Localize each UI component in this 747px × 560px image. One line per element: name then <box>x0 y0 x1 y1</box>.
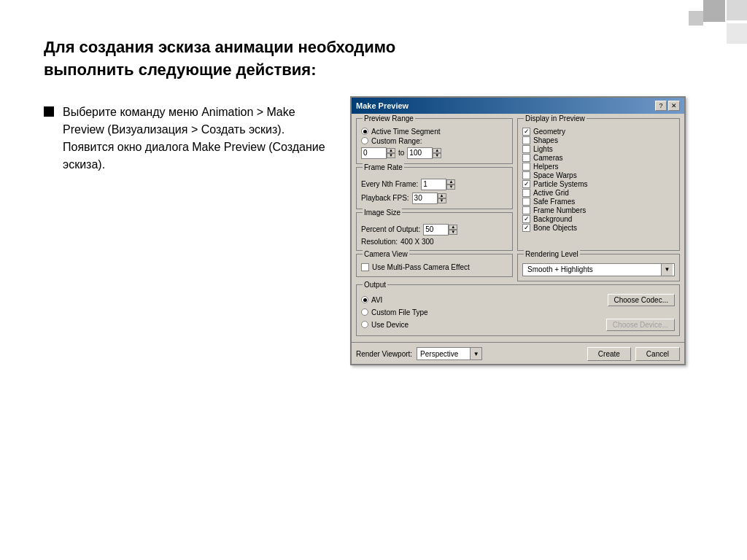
radio-device-icon <box>361 321 368 328</box>
percent-up[interactable]: ▲ <box>449 225 457 230</box>
image-size-label: Image Size <box>363 209 402 217</box>
make-preview-dialog: Make Preview ? ✕ Preview Range <box>350 96 686 365</box>
fps-spin[interactable]: 30 ▲ ▼ <box>412 192 446 204</box>
display-checkbox-6[interactable] <box>522 180 530 188</box>
range-from-down[interactable]: ▼ <box>387 153 395 158</box>
nth-spin[interactable]: 1 ▲ ▼ <box>421 179 455 190</box>
rendering-level-arrow[interactable]: ▼ <box>661 264 673 276</box>
radio-custom-range[interactable]: Custom Range: <box>361 137 508 145</box>
radio-custom-icon <box>361 137 368 144</box>
output-group: Output AVI Choose Codec... Custom File T… <box>356 284 680 336</box>
display-checkbox-0[interactable] <box>522 128 530 136</box>
fps-down[interactable]: ▼ <box>438 198 446 203</box>
render-viewport-value: Perspective <box>417 350 470 358</box>
decorative-squares <box>689 0 747 44</box>
range-from-spin[interactable]: 0 ▲ ▼ <box>361 147 395 159</box>
camera-view-label: Camera View <box>363 250 409 258</box>
cancel-button[interactable]: Cancel <box>635 347 680 361</box>
bullet-square <box>44 106 54 117</box>
display-checkbox-item-6[interactable]: Particle Systems <box>522 180 675 188</box>
display-checkbox-8[interactable] <box>522 198 530 206</box>
render-viewport-row: Render Viewport: Perspective ▼ Create Ca… <box>352 342 684 364</box>
display-checkbox-item-2[interactable]: Lights <box>522 145 675 153</box>
resolution-row: Resolution: 400 X 300 <box>361 238 508 246</box>
display-checkbox-item-0[interactable]: Geometry <box>522 128 675 136</box>
nth-down[interactable]: ▼ <box>446 184 455 190</box>
percent-spin[interactable]: 50 ▲ ▼ <box>423 224 457 236</box>
display-checkbox-2[interactable] <box>522 145 530 153</box>
output-custom-row: Custom File Type <box>361 308 675 316</box>
range-to-spin[interactable]: 100 ▲ ▼ <box>407 147 441 159</box>
create-button[interactable]: Create <box>587 347 631 361</box>
display-checkbox-9[interactable] <box>522 206 530 214</box>
frame-rate-label: Frame Rate <box>363 163 404 171</box>
display-checkbox-item-8[interactable]: Safe Frames <box>522 198 675 206</box>
rendering-level-group: Rendering Level Smooth + Highlights ▼ <box>517 254 680 281</box>
dialog-titlebar: Make Preview ? ✕ <box>352 98 684 114</box>
radio-avi-icon <box>361 296 368 303</box>
output-label: Output <box>363 281 387 289</box>
display-checkbox-11[interactable] <box>522 224 530 232</box>
display-checkbox-5[interactable] <box>522 171 530 179</box>
display-in-preview-group: Display in Preview GeometryShapesLightsC… <box>517 118 680 251</box>
output-avi-row: AVI Choose Codec... <box>361 294 675 306</box>
radio-active-time[interactable]: Active Time Segment <box>361 128 508 136</box>
radio-device[interactable]: Use Device <box>361 321 409 329</box>
percent-down[interactable]: ▼ <box>449 230 457 235</box>
display-checkbox-item-1[interactable]: Shapes <box>522 136 675 144</box>
radio-custom-file-icon <box>361 308 368 316</box>
output-device-row: Use Device Choose Device... <box>361 319 675 331</box>
dialog-body: Preview Range Active Time Segment Custom… <box>352 114 684 341</box>
frame-rate-group: Frame Rate Every Nth Frame: 1 ▲ ▼ <box>356 167 513 209</box>
range-to-down[interactable]: ▼ <box>433 153 441 158</box>
display-checkbox-4[interactable] <box>522 163 530 171</box>
camera-view-group: Camera View Use Multi-Pass Camera Effect <box>356 254 513 277</box>
display-checkbox-item-4[interactable]: Helpers <box>522 163 675 171</box>
radio-custom-file[interactable]: Custom File Type <box>361 308 428 316</box>
multi-pass-checkbox-item[interactable]: Use Multi-Pass Camera Effect <box>361 263 508 271</box>
rendering-level-select[interactable]: Smooth + Highlights ▼ <box>522 263 675 276</box>
preview-range-label: Preview Range <box>363 114 415 122</box>
render-viewport-label: Render Viewport: <box>356 350 412 358</box>
fps-up[interactable]: ▲ <box>438 193 446 198</box>
dialog-title-buttons: ? ✕ <box>655 101 680 111</box>
display-checkbox-item-5[interactable]: Space Warps <box>522 171 675 179</box>
render-viewport-arrow[interactable]: ▼ <box>470 348 481 359</box>
display-checkbox-item-7[interactable]: Active Grid <box>522 189 675 197</box>
display-checkbox-3[interactable] <box>522 154 530 162</box>
fps-input[interactable]: 30 <box>412 192 438 204</box>
render-viewport-select[interactable]: Perspective ▼ <box>417 347 482 360</box>
rendering-level-label: Rendering Level <box>524 250 580 258</box>
nth-input[interactable]: 1 <box>421 179 446 190</box>
nth-frame-row: Every Nth Frame: 1 ▲ ▼ <box>361 179 508 190</box>
radio-avi[interactable]: AVI <box>361 296 382 304</box>
nth-up[interactable]: ▲ <box>446 179 455 184</box>
display-checkbox-item-11[interactable]: Bone Objects <box>522 224 675 232</box>
display-checkbox-list: GeometryShapesLightsCamerasHelpersSpace … <box>522 128 675 232</box>
display-checkbox-item-9[interactable]: Frame Numbers <box>522 206 675 214</box>
dialog-title: Make Preview <box>356 101 409 110</box>
display-checkbox-7[interactable] <box>522 189 530 197</box>
range-to-input[interactable]: 100 <box>407 147 433 159</box>
display-checkbox-10[interactable] <box>522 215 530 223</box>
multi-pass-checkbox[interactable] <box>361 263 369 271</box>
radio-active-icon <box>361 128 368 135</box>
range-to-up[interactable]: ▲ <box>433 148 441 153</box>
range-from-up[interactable]: ▲ <box>387 148 395 153</box>
display-in-preview-label: Display in Preview <box>524 114 587 122</box>
choose-codec-button[interactable]: Choose Codec... <box>608 294 676 306</box>
dialog-help-button[interactable]: ? <box>655 101 667 111</box>
dialog-close-button[interactable]: ✕ <box>668 101 680 111</box>
display-checkbox-1[interactable] <box>522 136 530 144</box>
page-heading: Для создания эскиза анимации необходимо … <box>44 36 430 82</box>
display-checkbox-item-10[interactable]: Background <box>522 215 675 223</box>
image-size-group: Image Size Percent of Output: 50 ▲ <box>356 212 513 251</box>
display-checkbox-item-3[interactable]: Cameras <box>522 154 675 162</box>
fps-row: Playback FPS: 30 ▲ ▼ <box>361 192 508 204</box>
percent-input[interactable]: 50 <box>423 224 449 236</box>
range-from-input[interactable]: 0 <box>361 147 387 159</box>
choose-device-button: Choose Device... <box>606 319 675 331</box>
range-input-row: 0 ▲ ▼ to 100 <box>361 147 508 159</box>
bullet-text: Выберите команду меню Animation > Make P… <box>63 104 328 174</box>
preview-range-group: Preview Range Active Time Segment Custom… <box>356 118 513 164</box>
